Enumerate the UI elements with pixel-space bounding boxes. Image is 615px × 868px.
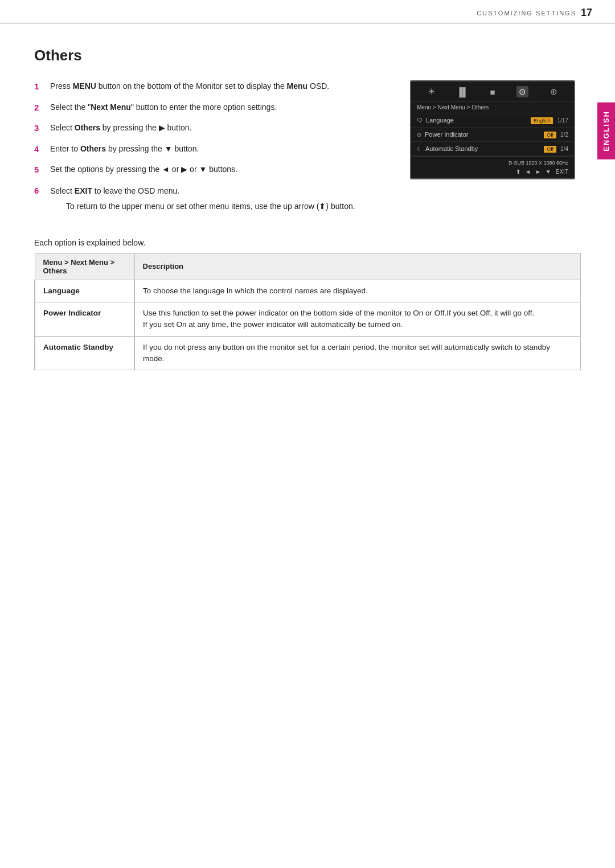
osd-power-right: Off 1/2	[544, 131, 568, 138]
osd-icons-row: ☀ ▐▌ ■ ⊙ ⊕	[411, 81, 574, 101]
osd-power-label: Power Indicator	[425, 131, 468, 138]
table-cell-language-menu: Language	[35, 280, 134, 302]
step-5: 5 Set the options by pressing the ◄ or ▶…	[34, 163, 387, 177]
table-cell-power-desc: Use this function to set the power indic…	[134, 302, 581, 337]
osd-language-right: English 1/17	[531, 117, 568, 124]
osd-standby-label: Automatic Standby	[425, 145, 478, 152]
table-row-standby: Automatic Standby If you do not press an…	[35, 336, 581, 370]
osd-standby-right: Off 1/4	[544, 145, 568, 152]
step-4: 4 Enter to Others by pressing the ▼ butt…	[34, 143, 387, 156]
osd-language-label: Language	[426, 117, 454, 124]
step-2: 2 Select the "Next Menu" button to enter…	[34, 101, 387, 114]
step-6-sub: To return to the upper menu or set other…	[66, 200, 355, 213]
osd-nav-right: ►	[535, 169, 541, 175]
osd-icon-audio: ⊙	[516, 86, 528, 97]
table-cell-power-menu: Power Indicator	[35, 302, 134, 337]
table-row-power: Power Indicator Use this function to set…	[35, 302, 581, 337]
osd-language-value: English	[531, 117, 554, 124]
osd-row-language: 🗨 Language English 1/17	[411, 113, 574, 128]
section-label: CUSTOMIZING SETTINGS	[477, 10, 576, 17]
step-number-6: 6	[34, 185, 43, 213]
osd-power-value: Off	[544, 132, 556, 138]
osd-icon-screen: ■	[490, 87, 495, 97]
osd-standby-icon: ☾	[417, 146, 422, 152]
table-row-language: Language To choose the language in which…	[35, 280, 581, 302]
table-header-description: Description	[134, 253, 581, 280]
table-cell-standby-desc: If you do not press any button on the mo…	[134, 336, 581, 370]
main-content: Others 1 Press MENU button on the bottom…	[0, 24, 615, 393]
step-number-4: 4	[34, 143, 43, 156]
table-cell-language-desc: To choose the language in which the cont…	[134, 280, 581, 302]
step-number-3: 3	[34, 122, 43, 135]
step-text-5: Set the options by pressing the ◄ or ▶ o…	[50, 163, 237, 177]
table-header-menu: Menu > Next Menu > Others	[35, 253, 134, 280]
osd-screen: ☀ ▐▌ ■ ⊙ ⊕ Menu > Next Menu > Others 🗨 L…	[410, 80, 575, 179]
step-text-1: Press MENU button on the bottom of the M…	[50, 80, 329, 93]
osd-footer: D-SUB 1920 X 1080 60Hz ⬆ ◄ ► ▼ EXIT	[411, 156, 574, 178]
osd-nav-left: ◄	[525, 169, 531, 175]
step-text-6: Select EXIT to leave the OSD menu.	[50, 186, 179, 195]
osd-row-power-left: ⊙ Power Indicator	[417, 131, 468, 138]
step-text-2: Select the "Next Menu" button to enter t…	[50, 101, 277, 114]
step-text-3: Select Others by pressing the ▶ button.	[50, 122, 191, 135]
settings-table: Menu > Next Menu > Others Description La…	[34, 253, 581, 370]
osd-screen-col: ☀ ▐▌ ■ ⊙ ⊕ Menu > Next Menu > Others 🗨 L…	[410, 80, 581, 221]
osd-nav-up: ⬆	[516, 169, 520, 175]
osd-language-icon: 🗨	[417, 117, 423, 124]
osd-icon-contrast: ▐▌	[457, 87, 469, 97]
osd-power-count: 1/2	[560, 132, 568, 138]
osd-resolution: D-SUB 1920 X 1080 60Hz	[417, 160, 568, 166]
step-3: 3 Select Others by pressing the ▶ button…	[34, 122, 387, 135]
osd-row-standby: ☾ Automatic Standby Off 1/4	[411, 142, 574, 156]
language-tab: ENGLISH	[597, 103, 615, 159]
osd-standby-value: Off	[544, 146, 556, 153]
step-number-5: 5	[34, 163, 43, 177]
step-6: 6 Select EXIT to leave the OSD menu. To …	[34, 185, 387, 213]
page-number: 17	[581, 7, 592, 19]
instructions-col: 1 Press MENU button on the bottom of the…	[34, 80, 387, 221]
step-list: 1 Press MENU button on the bottom of the…	[34, 80, 387, 213]
osd-row-standby-left: ☾ Automatic Standby	[417, 145, 478, 152]
osd-nav-exit: EXIT	[556, 169, 568, 175]
osd-power-icon: ⊙	[417, 132, 421, 138]
step-text-4: Enter to Others by pressing the ▼ button…	[50, 143, 199, 156]
table-cell-standby-menu: Automatic Standby	[35, 336, 134, 370]
two-col-layout: 1 Press MENU button on the bottom of the…	[34, 80, 581, 221]
step-1: 1 Press MENU button on the bottom of the…	[34, 80, 387, 93]
osd-nav-buttons: ⬆ ◄ ► ▼ EXIT	[417, 167, 568, 175]
osd-icon-brightness: ☀	[428, 87, 435, 97]
osd-icon-settings: ⊕	[550, 87, 557, 97]
osd-row-power: ⊙ Power Indicator Off 1/2	[411, 128, 574, 142]
step-number-2: 2	[34, 101, 43, 114]
osd-breadcrumb: Menu > Next Menu > Others	[411, 101, 574, 113]
step-number-1: 1	[34, 80, 43, 93]
page-title: Others	[34, 47, 581, 64]
osd-row-language-left: 🗨 Language	[417, 117, 454, 124]
page-header: CUSTOMIZING SETTINGS 17	[0, 0, 615, 24]
osd-language-count: 1/17	[557, 117, 568, 124]
osd-standby-count: 1/4	[560, 146, 568, 152]
osd-nav-down: ▼	[546, 169, 551, 175]
each-option-text: Each option is explained below.	[34, 238, 581, 247]
